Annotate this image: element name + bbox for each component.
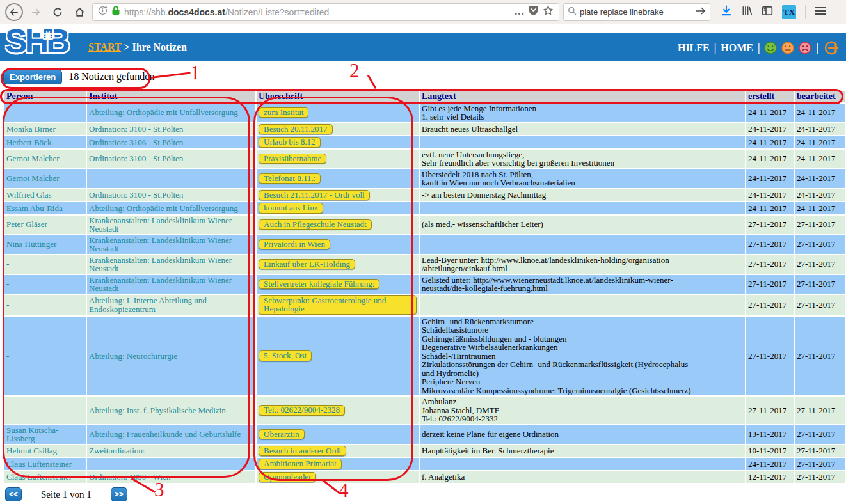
library-icon[interactable] — [741, 5, 753, 19]
neutral-smiley-icon[interactable] — [781, 42, 794, 54]
note-title-button[interactable]: Besuch 20.11.2017 — [259, 124, 333, 135]
reload-button[interactable] — [49, 3, 67, 21]
sad-smiley-icon[interactable] — [799, 42, 811, 54]
note-title-button[interactable]: Telefonat 8.11.: — [259, 173, 321, 184]
hilfe-link[interactable]: HILFE — [678, 42, 710, 54]
search-go-icon[interactable] — [696, 6, 706, 18]
sidebar-toggle-icon[interactable] — [762, 5, 773, 19]
forward-button[interactable] — [27, 3, 45, 21]
langtext-cell — [420, 136, 745, 148]
person-cell: Monika Birner — [4, 123, 86, 136]
happy-smiley-icon[interactable] — [764, 42, 777, 54]
column-header-langtext[interactable]: Langtext — [420, 91, 745, 102]
note-title-button[interactable]: Opinionleader — [259, 472, 316, 483]
https-lock-icon[interactable] — [111, 6, 120, 18]
erstellt-cell: 24-11-2017 — [746, 202, 794, 214]
shb-logo[interactable]: SHB+ — [5, 24, 68, 58]
person-cell: Susan Kutscha-Lissberg — [4, 425, 86, 444]
main-content: Exportieren 18 Notizen gefunden Person I… — [0, 61, 846, 501]
person-cell: Peter Gläser — [4, 216, 86, 234]
bearbeitet-cell: 27-11-2017 — [795, 445, 845, 457]
home-link[interactable]: HOME — [721, 42, 753, 54]
column-header-uberschrift[interactable]: Uberschrift — [257, 91, 419, 102]
note-title-button[interactable]: Einkauf über LK-Holding — [259, 259, 355, 270]
institut-cell: Abteilung: Frauenheilkunde und Geburtshi… — [87, 425, 255, 444]
back-button[interactable] — [5, 3, 23, 21]
downloads-icon[interactable] — [721, 5, 732, 19]
note-title-button[interactable]: Ambitionen Primariat — [259, 459, 342, 469]
logout-icon[interactable] — [823, 40, 840, 56]
pocket-icon[interactable] — [528, 5, 539, 19]
langtext-cell: evtl. neue Untersuchungsliege,Sehr freun… — [420, 150, 745, 168]
uberschrift-cell: Opinionleader — [257, 471, 419, 484]
note-title-button[interactable]: Privatordi in Wien — [259, 239, 330, 250]
uberschrift-cell: Praxisübernahme — [257, 150, 419, 168]
note-title-button[interactable]: Tel.: 02622/9004-2328 — [259, 405, 345, 416]
erstellt-cell: 27-11-2017 — [746, 216, 794, 234]
erstellt-cell: 27-11-2017 — [746, 295, 794, 315]
person-cell: Essam Abu-Rida — [4, 202, 86, 214]
bearbeitet-cell: 24-11-2017 — [795, 202, 845, 214]
uberschrift-cell: 5. Stock, Ost — [257, 317, 419, 396]
column-header-person[interactable]: Person — [4, 91, 86, 102]
column-header-bearbeitet[interactable]: bearbeitet — [795, 91, 845, 102]
langtext-cell — [420, 295, 745, 315]
url-text: https://shb.docs4docs.at/Notizen/Liste?s… — [124, 7, 511, 17]
langtext-cell: Gelisted unter: http://www.wienerneustad… — [420, 275, 745, 294]
person-cell: - — [4, 275, 86, 294]
table-row: Herbert BöckOrdination: 3106 - St.Pölten… — [4, 136, 845, 148]
institut-cell: Ordination: 3100 - St.Pölten — [87, 150, 255, 168]
home-button[interactable] — [70, 3, 88, 21]
prev-page-button[interactable]: << — [5, 487, 22, 501]
note-title-button[interactable]: Besuch in anderer Ordi — [259, 446, 346, 457]
person-cell: Helmut Csillag — [4, 445, 86, 457]
uberschrift-cell: Ambitionen Primariat — [257, 458, 419, 470]
export-button[interactable]: Exportieren — [3, 70, 62, 84]
bearbeitet-cell: 27-11-2017 — [795, 317, 845, 396]
page-info-icon[interactable] — [98, 6, 108, 18]
page-indicator: Seite 1 von 1 — [41, 489, 92, 500]
note-title-button[interactable]: zum Institut — [259, 107, 308, 118]
breadcrumb: START > Ihre Notizen — [88, 42, 187, 53]
note-title-button[interactable]: Besuch 21.11.2017 - Ordi voll — [259, 190, 370, 201]
uberschrift-cell: Besuch in anderer Ordi — [257, 445, 419, 457]
menu-icon[interactable] — [815, 6, 826, 18]
tx-extension-icon[interactable]: TX — [782, 5, 796, 19]
bearbeitet-cell: 27-11-2017 — [795, 471, 845, 484]
erstellt-cell: 27-11-2017 — [746, 235, 794, 254]
note-title-button[interactable]: Auch in Pflegeschule Neustadt — [259, 219, 372, 230]
browser-toolbar: https://shb.docs4docs.at/Notizen/Liste?s… — [0, 0, 846, 24]
url-bar[interactable]: https://shb.docs4docs.at/Notizen/Liste?s… — [92, 3, 559, 21]
column-header-erstellt[interactable]: erstellt — [746, 91, 794, 102]
institut-cell: Abteilung: Orthopädie mit Unfallversorgu… — [87, 202, 255, 214]
bearbeitet-cell: 24-11-2017 — [795, 189, 845, 201]
bearbeitet-cell: 27-11-2017 — [795, 275, 845, 294]
note-title-button[interactable]: Praxisübernahme — [259, 154, 326, 164]
column-header-institut[interactable]: Institut — [87, 91, 255, 102]
table-row: Claus LuftensteinerOrdination: 1090 - Wi… — [4, 471, 845, 484]
table-row: Monika BirnerOrdination: 3100 - St.Pölte… — [4, 123, 845, 136]
uberschrift-cell: zum Institut — [257, 104, 419, 122]
langtext-cell: Gibt es jede Menge Informationen1. sehr … — [420, 104, 745, 122]
bookmark-star-icon[interactable] — [543, 5, 554, 19]
uberschrift-cell: Besuch 21.11.2017 - Ordi voll — [257, 189, 419, 201]
bearbeitet-cell: 24-11-2017 — [795, 136, 845, 148]
next-page-button[interactable]: >> — [111, 487, 127, 501]
note-title-button[interactable]: Oberärztin — [259, 429, 305, 440]
note-title-button[interactable]: Schwerpunkt: Gastroenterologie und Hepat… — [259, 295, 417, 315]
person-cell: Gernot Malcher — [4, 150, 86, 168]
note-title-button[interactable]: Stellvertreter kollegiale Führung: — [259, 279, 379, 290]
page-actions-icon[interactable] — [515, 6, 524, 18]
uberschrift-cell: Telefonat 8.11.: — [257, 169, 419, 188]
langtext-cell: Lead-Byer unter: http://www.lknoe.at/lan… — [420, 255, 745, 274]
institut-cell: Krankenanstalten: Landesklinikum Wiener … — [87, 255, 255, 274]
institut-cell: Abteilung: Orthopädie mit Unfallversorgu… — [87, 104, 255, 122]
note-title-button[interactable]: 5. Stock, Ost — [259, 350, 312, 361]
person-cell: Nina Hüttinger — [4, 235, 86, 254]
note-title-button[interactable]: Urlaub bis 8.12 — [259, 137, 321, 148]
bearbeitet-cell: 27-11-2017 — [795, 295, 845, 315]
search-input[interactable] — [580, 7, 692, 17]
search-bar[interactable] — [563, 3, 710, 21]
note-title-button[interactable]: kommt aus Linz — [259, 203, 323, 214]
breadcrumb-start-link[interactable]: START — [88, 42, 121, 52]
